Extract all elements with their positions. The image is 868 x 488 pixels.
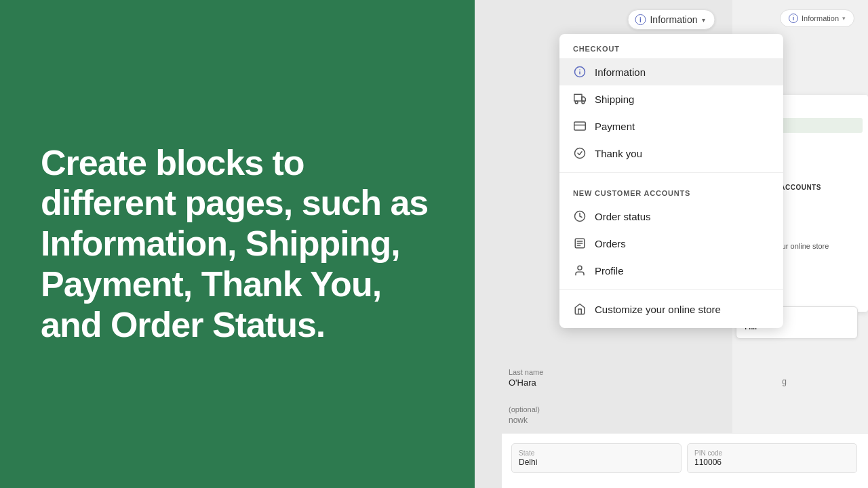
bg-snippet-nowk: nowk	[509, 415, 528, 425]
hero-text: Create blocks to different pages, such a…	[41, 143, 434, 346]
bg-pin-value: 110006	[694, 458, 850, 467]
svg-rect-3	[574, 94, 582, 101]
accounts-section-label: NEW CUSTOMER ACCOUNTS	[559, 178, 783, 203]
bg-info-icon: i	[789, 14, 798, 23]
shipping-icon	[573, 92, 587, 106]
menu-item-orderstatus-label: Order status	[595, 211, 651, 222]
order-status-icon	[573, 209, 587, 223]
dropdown-btn-wrapper: i Information ▾	[627, 9, 715, 30]
menu-item-information[interactable]: Information	[559, 58, 783, 85]
menu-item-information-label: Information	[595, 66, 646, 78]
svg-point-14	[578, 266, 582, 270]
bg-snippet-lastname2-value: O'Hara	[509, 378, 536, 388]
svg-point-8	[575, 148, 585, 159]
bg-state-value: Delhi	[519, 458, 674, 467]
bg-form-area: State Delhi PIN code 110006	[502, 433, 868, 488]
menu-item-payment[interactable]: Payment	[559, 113, 783, 140]
right-panel: i Information ▾ OUT ormation ipping ymen…	[475, 0, 868, 488]
menu-item-shipping-label: Shipping	[595, 94, 634, 105]
orders-icon	[573, 237, 587, 250]
menu-item-thankyou-label: Thank you	[595, 148, 642, 159]
bg-snippet-optional: (optional)	[509, 405, 540, 413]
bg-snippet-g: g	[782, 377, 787, 386]
dropdown-button[interactable]: i Information ▾	[627, 9, 715, 30]
bg-form-row-1: State Delhi PIN code 110006	[511, 443, 857, 473]
menu-item-thankyou[interactable]: Thank you	[559, 140, 783, 167]
menu-item-payment-label: Payment	[595, 121, 635, 132]
menu-divider-1	[559, 172, 783, 173]
bg-pin-label: PIN code	[694, 449, 850, 457]
menu-item-customize[interactable]: Customize your online store	[559, 296, 783, 323]
bg-info-pill: i Information ▾	[780, 9, 854, 27]
menu-item-shipping[interactable]: Shipping	[559, 85, 783, 113]
store-icon	[573, 302, 587, 316]
svg-point-4	[575, 101, 578, 104]
checkout-section-label: CHECKOUT	[559, 34, 783, 58]
bg-state-label: State	[519, 449, 674, 457]
payment-icon	[573, 119, 587, 133]
left-panel: Create blocks to different pages, such a…	[0, 0, 475, 488]
menu-divider-2	[559, 289, 783, 290]
bg-snippet-lastname2-label: Last name	[509, 368, 543, 376]
menu-item-profile-label: Profile	[595, 265, 624, 277]
dropdown-menu: CHECKOUT Information	[559, 34, 783, 328]
info-circle-icon: i	[635, 14, 646, 25]
thankyou-icon	[573, 146, 587, 160]
chevron-down-icon: ▾	[702, 16, 705, 24]
dropdown-label: Information	[650, 14, 697, 25]
menu-item-customize-label: Customize your online store	[595, 304, 721, 315]
bg-chevron-icon: ▾	[842, 15, 846, 22]
information-icon	[573, 65, 587, 79]
menu-item-orders[interactable]: Orders	[559, 230, 783, 257]
menu-item-orders-label: Orders	[595, 238, 626, 249]
bg-pin-field: PIN code 110006	[687, 443, 857, 473]
svg-point-5	[582, 101, 585, 104]
menu-item-profile[interactable]: Profile	[559, 257, 783, 284]
menu-item-orderstatus[interactable]: Order status	[559, 203, 783, 230]
bg-info-label: Information	[802, 14, 839, 22]
bg-state-field: State Delhi	[511, 443, 682, 473]
profile-icon	[573, 264, 587, 277]
svg-rect-6	[574, 122, 586, 130]
